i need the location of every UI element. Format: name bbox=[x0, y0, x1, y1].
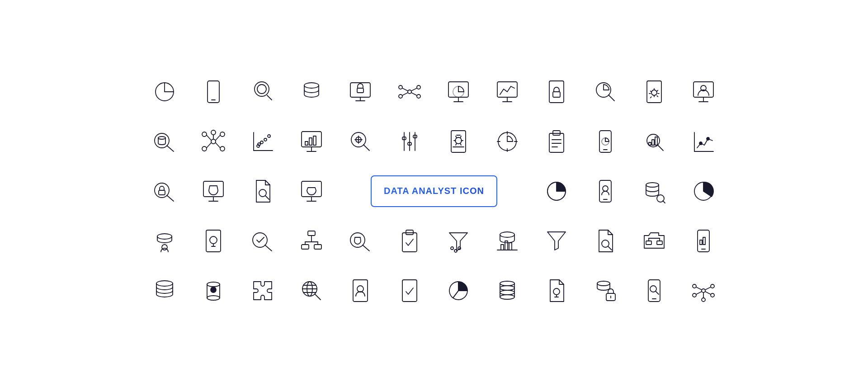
svg-line-47 bbox=[216, 143, 220, 148]
svg-point-3 bbox=[255, 82, 269, 96]
svg-line-196 bbox=[696, 287, 702, 290]
search-pie-icon bbox=[587, 74, 623, 110]
svg-line-79 bbox=[460, 143, 461, 145]
svg-rect-150 bbox=[646, 241, 651, 245]
svg-point-192 bbox=[711, 284, 714, 288]
svg-rect-145 bbox=[501, 245, 504, 250]
svg-line-198 bbox=[696, 292, 702, 294]
pie-chart-alt-icon bbox=[685, 173, 722, 209]
svg-rect-155 bbox=[698, 230, 709, 252]
svg-point-2 bbox=[257, 85, 266, 94]
svg-rect-56 bbox=[302, 132, 321, 147]
svg-rect-104 bbox=[159, 190, 165, 195]
svg-line-36 bbox=[167, 146, 174, 151]
svg-point-117 bbox=[646, 183, 659, 187]
gear-document-icon bbox=[636, 74, 672, 110]
svg-point-37 bbox=[158, 137, 165, 139]
presentation-pie-icon bbox=[440, 74, 476, 110]
svg-rect-131 bbox=[314, 245, 321, 249]
svg-line-128 bbox=[265, 245, 272, 251]
svg-point-10 bbox=[408, 90, 411, 94]
svg-point-53 bbox=[264, 138, 267, 141]
svg-rect-173 bbox=[402, 280, 417, 302]
org-chart-icon bbox=[293, 223, 330, 259]
document-search2-icon bbox=[587, 223, 623, 259]
svg-point-190 bbox=[702, 289, 705, 292]
svg-line-94 bbox=[658, 145, 663, 151]
pie-chart-3-icon bbox=[440, 273, 476, 309]
svg-rect-96 bbox=[652, 140, 654, 145]
database-user-icon bbox=[146, 223, 183, 259]
svg-point-74 bbox=[455, 137, 462, 144]
svg-rect-138 bbox=[402, 233, 417, 252]
search-database-icon bbox=[146, 123, 183, 160]
monitor-presentation-icon bbox=[293, 173, 330, 209]
database-stack-icon bbox=[293, 74, 330, 110]
data-network-icon bbox=[195, 123, 231, 160]
svg-rect-158 bbox=[703, 237, 705, 245]
svg-line-17 bbox=[402, 93, 408, 95]
database-cylinder-icon bbox=[195, 273, 231, 309]
user-search-icon bbox=[245, 74, 281, 110]
pie-chart-large-icon bbox=[538, 173, 575, 209]
title-text: DATA ANALYST ICON bbox=[384, 186, 484, 196]
svg-point-30 bbox=[651, 90, 657, 95]
filter-funnel-icon bbox=[440, 223, 476, 259]
svg-line-197 bbox=[705, 287, 711, 290]
svg-line-137 bbox=[363, 245, 369, 251]
svg-point-140 bbox=[451, 247, 453, 250]
svg-rect-60 bbox=[309, 138, 312, 145]
svg-point-172 bbox=[357, 286, 363, 292]
clipboard-check-icon bbox=[392, 223, 428, 259]
monitor-lock-icon bbox=[342, 74, 378, 110]
svg-rect-157 bbox=[700, 240, 702, 245]
svg-rect-86 bbox=[549, 133, 564, 152]
equalizer-icon bbox=[392, 123, 428, 160]
monitor-bar-icon bbox=[293, 123, 330, 160]
coin-stack-icon bbox=[489, 273, 525, 309]
svg-point-176 bbox=[500, 286, 514, 290]
svg-rect-9 bbox=[357, 88, 363, 93]
svg-rect-171 bbox=[353, 280, 368, 302]
svg-point-175 bbox=[500, 290, 514, 295]
monitor-user-icon bbox=[685, 74, 722, 110]
svg-line-149 bbox=[608, 246, 612, 250]
database-search-icon bbox=[636, 173, 672, 209]
folder-hierarchy-icon bbox=[636, 223, 672, 259]
target-pie-icon bbox=[489, 123, 525, 160]
svg-point-42 bbox=[220, 146, 225, 151]
svg-line-44 bbox=[207, 135, 211, 140]
bar-search-icon bbox=[636, 123, 672, 160]
svg-line-119 bbox=[663, 201, 665, 203]
svg-line-80 bbox=[456, 143, 457, 145]
search-lock-icon bbox=[146, 173, 183, 209]
svg-line-189 bbox=[656, 291, 659, 294]
svg-line-15 bbox=[402, 88, 408, 91]
main-container: DATA ANALYST ICON bbox=[118, 56, 750, 327]
svg-point-164 bbox=[211, 287, 216, 292]
database-lock-icon bbox=[587, 273, 623, 309]
svg-line-76 bbox=[460, 136, 461, 138]
svg-point-11 bbox=[399, 85, 402, 89]
icon-grid: DATA ANALYST ICON bbox=[145, 74, 723, 309]
svg-point-101 bbox=[707, 137, 709, 140]
phone-bar-icon bbox=[685, 223, 722, 259]
svg-line-166 bbox=[315, 294, 321, 300]
svg-point-174 bbox=[500, 295, 514, 299]
funnel-icon bbox=[538, 223, 575, 259]
network-nodes-icon bbox=[392, 74, 428, 110]
svg-rect-97 bbox=[655, 137, 657, 145]
pie-chart-icon bbox=[146, 74, 183, 110]
svg-line-4 bbox=[267, 95, 272, 100]
lock-document-icon bbox=[538, 74, 575, 110]
search-cross-icon bbox=[342, 123, 378, 160]
svg-point-116 bbox=[603, 186, 608, 191]
svg-point-121 bbox=[157, 234, 172, 239]
svg-point-161 bbox=[207, 296, 220, 300]
svg-point-55 bbox=[258, 143, 260, 146]
svg-rect-6 bbox=[350, 83, 370, 97]
svg-rect-26 bbox=[553, 92, 560, 97]
database-stack2-icon bbox=[146, 273, 183, 309]
svg-point-183 bbox=[597, 281, 610, 286]
svg-point-100 bbox=[699, 142, 702, 145]
